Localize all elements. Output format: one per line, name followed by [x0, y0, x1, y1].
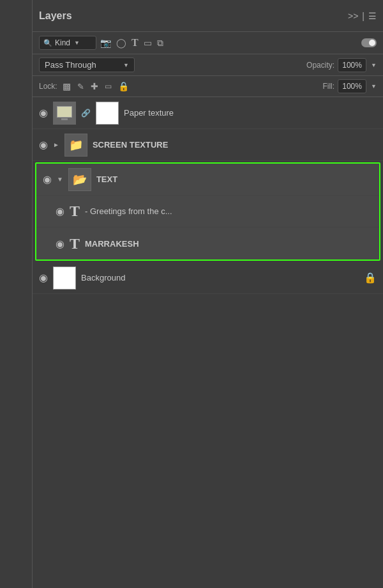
layer-name-greetings: - Greetings from the c... [85, 206, 373, 216]
link-icon: 🔗 [81, 109, 91, 118]
type-icon: T [70, 203, 80, 220]
layer-name-background: Background [81, 273, 359, 282]
opacity-chevron-icon[interactable]: ▼ [371, 62, 377, 68]
folder-icon: 📁 [69, 138, 83, 152]
visibility-icon[interactable]: ◉ [43, 173, 52, 185]
blend-row: Pass Through ▼ Opacity: 100% ▼ [33, 54, 383, 76]
search-icon: 🔍 [43, 39, 52, 47]
layer-name-paper-texture: Paper texture [124, 108, 377, 118]
filter-bar: 🔍 Kind ▼ 📷 ◯ T ▭ ⧉ [33, 32, 383, 54]
filter-toggle[interactable] [361, 38, 377, 47]
lock-image-icon[interactable]: ✎ [77, 82, 84, 91]
monitor-base [61, 118, 68, 120]
panel-header: Layers >> | ☰ [33, 0, 383, 32]
chevron-down-icon: ▼ [74, 40, 80, 46]
lock-pixels-icon[interactable]: ▩ [63, 81, 71, 91]
green-group-text: ◉ ▼ 📂 TEXT ◉ T - Greetings from the c...… [35, 162, 380, 261]
smartobj-filter-icon[interactable]: ⧉ [157, 38, 163, 47]
layer-item-paper-texture[interactable]: ◉ 🔗 Paper texture [33, 97, 383, 129]
type-icon: T [70, 235, 80, 252]
lock-position-icon[interactable]: ✚ [91, 81, 98, 91]
left-ruler [0, 0, 32, 588]
layer-item-marrakesh[interactable]: ◉ T MARRAKESH [36, 228, 379, 259]
adjustment-filter-icon[interactable]: ◯ [116, 38, 126, 47]
spacer-bottom [33, 294, 383, 588]
layer-name-text-group: TEXT [96, 174, 373, 184]
visibility-icon[interactable]: ◉ [56, 205, 64, 217]
lock-icons: ▩ ✎ ✚ ▭ 🔒 [63, 81, 129, 91]
blend-chevron-icon: ▼ [123, 62, 129, 68]
blend-mode-dropdown[interactable]: Pass Through ▼ [39, 58, 135, 72]
kind-label: Kind [55, 38, 70, 47]
lock-row: Lock: ▩ ✎ ✚ ▭ 🔒 Fill: 100% ▼ [33, 76, 383, 97]
filter-icons: 📷 ◯ T ▭ ⧉ [100, 38, 357, 48]
lock-label: Lock: [39, 82, 57, 91]
layer-item-screen-texture[interactable]: ◉ ► 📁 SCREEN TEXTURE [33, 129, 383, 161]
monitor-thumbnail [54, 102, 75, 124]
visibility-icon[interactable]: ◉ [39, 272, 48, 284]
visibility-icon[interactable]: ◉ [39, 139, 48, 151]
header-icons: >> | ☰ [348, 11, 377, 21]
expand-icon[interactable]: >> [348, 11, 358, 21]
kind-dropdown[interactable]: 🔍 Kind ▼ [39, 36, 96, 50]
layer-mask-thumbnail [96, 102, 119, 125]
layers-panel: Layers >> | ☰ 🔍 Kind ▼ 📷 ◯ T ▭ ⧉ [32, 0, 383, 588]
folder-open-icon: 📂 [73, 173, 87, 187]
layer-name-marrakesh: MARRAKESH [85, 239, 373, 249]
opacity-input[interactable]: 100% [338, 58, 366, 72]
divider-icon: | [362, 11, 364, 21]
fill-label: Fill: [322, 82, 334, 91]
visibility-icon[interactable]: ◉ [39, 107, 48, 119]
lock-artboard-icon[interactable]: ▭ [105, 82, 112, 91]
layer-thumbnail-paper-texture [53, 102, 76, 125]
shape-filter-icon[interactable]: ▭ [144, 38, 152, 47]
opacity-label: Opacity: [306, 61, 334, 70]
layer-item-greetings[interactable]: ◉ T - Greetings from the c... [36, 196, 379, 228]
layer-thumbnail-background [53, 267, 76, 290]
locked-icon: 🔒 [364, 272, 377, 284]
layer-name-screen-texture: SCREEN TEXTURE [93, 140, 377, 150]
collapsed-chevron-icon[interactable]: ► [53, 141, 59, 148]
pixel-filter-icon[interactable]: 📷 [100, 38, 111, 47]
type-filter-icon[interactable]: T [131, 38, 139, 48]
fill-chevron-icon[interactable]: ▼ [371, 83, 377, 89]
layer-thumbnail-screen-texture: 📁 [64, 134, 87, 157]
opacity-group: Opacity: 100% ▼ [306, 58, 377, 72]
layer-thumbnail-text-group: 📂 [68, 168, 91, 191]
lock-all-icon[interactable]: 🔒 [118, 81, 129, 91]
panel-title: Layers [39, 10, 72, 22]
monitor-screen [57, 106, 72, 118]
panel-wrapper: Layers >> | ☰ 🔍 Kind ▼ 📷 ◯ T ▭ ⧉ [0, 0, 383, 588]
layer-list: ◉ 🔗 Paper texture ◉ ► 📁 [33, 97, 383, 588]
layer-item-background[interactable]: ◉ Background 🔒 [33, 262, 383, 294]
visibility-icon[interactable]: ◉ [56, 238, 64, 250]
expanded-chevron-icon[interactable]: ▼ [57, 176, 63, 183]
layer-item-text-group[interactable]: ◉ ▼ 📂 TEXT [36, 164, 379, 196]
fill-group: Fill: 100% ▼ [322, 79, 377, 93]
menu-icon[interactable]: ☰ [368, 11, 377, 21]
fill-input[interactable]: 100% [338, 79, 366, 93]
blend-mode-value: Pass Through [45, 60, 96, 70]
